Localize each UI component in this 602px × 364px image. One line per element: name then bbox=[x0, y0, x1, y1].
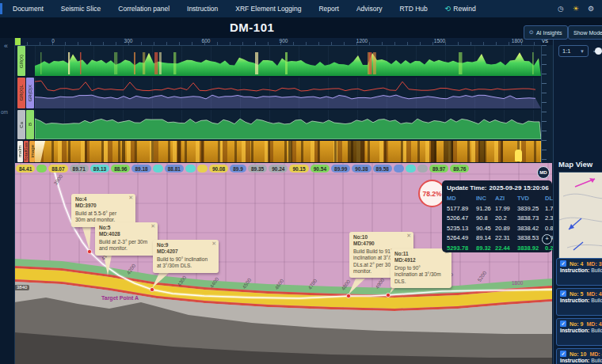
map-canvas bbox=[559, 173, 602, 261]
menu-item-instruction[interactable]: Instruction bbox=[178, 5, 227, 13]
md-handle[interactable]: MD bbox=[537, 166, 550, 179]
ruler-tick-label: 600 bbox=[202, 38, 211, 44]
card-instruction-text: Instruction: Build at 5.5-6° per 30m and… bbox=[560, 267, 602, 275]
callout-text: Drop to 90° inclination at 3°/30m DLS. bbox=[394, 265, 444, 284]
callout-header: No:11MD:4912 bbox=[394, 251, 444, 264]
table-header-cell: INC bbox=[476, 195, 495, 202]
log-track-gr: GR(X) bbox=[14, 46, 541, 76]
close-icon[interactable]: ✕ bbox=[211, 241, 216, 248]
track-label-grxl[interactable]: GR(X)L bbox=[17, 78, 25, 108]
menu-item-rtd-hub[interactable]: RTD Hub bbox=[391, 5, 436, 13]
settings-icon[interactable]: ⚙ bbox=[588, 5, 594, 13]
survey-pill: 89.35 bbox=[248, 165, 267, 173]
track-label-grx[interactable]: GR(X) bbox=[17, 46, 25, 76]
callout-md: MD:4207 bbox=[157, 248, 211, 255]
card-md: MD: 3970 bbox=[587, 261, 602, 267]
table-cell: 22.31 bbox=[495, 234, 517, 241]
map-view-thumbnail[interactable] bbox=[558, 172, 602, 262]
ruler-tick-label: 900 bbox=[280, 38, 288, 44]
table-cell: 3838.73 bbox=[517, 214, 545, 222]
table-cell: 90.45 bbox=[476, 225, 495, 232]
ca-curve-area bbox=[35, 110, 541, 139]
scale-select[interactable]: 1:1 ▼ bbox=[558, 45, 589, 57]
table-header-cell: AZI bbox=[495, 195, 517, 202]
show-model-label: Show Model bbox=[573, 30, 602, 36]
track-label-grdx[interactable]: GR(D)X bbox=[26, 78, 34, 108]
close-icon[interactable]: ✕ bbox=[128, 195, 133, 202]
survey-pill bbox=[36, 165, 47, 173]
instruction-card[interactable]: ✓No: 9MD: 4207Instruction: Build to 90° … bbox=[556, 318, 602, 346]
checkbox-checked-icon[interactable]: ✓ bbox=[560, 260, 566, 267]
track-label-totalgas[interactable]: TotalGas bbox=[24, 141, 29, 162]
image-log-streak bbox=[444, 141, 453, 162]
survey-pill: 89.9 bbox=[230, 165, 246, 173]
ai-insights-button[interactable]: ⊙ AI Insights bbox=[524, 25, 568, 40]
menu-item-report[interactable]: Report bbox=[310, 5, 348, 13]
borehole-image-log bbox=[35, 141, 541, 162]
survey-pill: 90.38 bbox=[352, 165, 371, 173]
menu-item-xrf-element-logging[interactable]: XRF Element Logging bbox=[227, 5, 310, 13]
table-cell: 5264.49 bbox=[447, 234, 476, 241]
callout-md: MD:4790 bbox=[353, 241, 406, 247]
clock-icon[interactable]: ◷ bbox=[558, 5, 564, 13]
survey-pill bbox=[417, 165, 428, 173]
table-cell: 5177.89 bbox=[447, 205, 476, 212]
survey-pill bbox=[197, 165, 208, 173]
instruction-callout[interactable]: No:9MD:4207✕Build to 90° inclination at … bbox=[153, 240, 219, 273]
checkbox-checked-icon[interactable]: ✓ bbox=[560, 351, 566, 357]
table-cell: 3838.42 bbox=[517, 225, 545, 232]
track-label-ca[interactable]: Ca bbox=[17, 110, 25, 139]
ruler-start-marker bbox=[14, 38, 21, 45]
close-icon[interactable]: ✕ bbox=[406, 233, 411, 240]
log-track-image: malm TotalGas image bbox=[14, 141, 541, 162]
survey-pill: 84.41 bbox=[16, 165, 35, 173]
callout-header: No:10MD:4790 bbox=[353, 234, 406, 247]
table-cell: 17.99 bbox=[495, 205, 517, 212]
instruction-card[interactable]: ✓No: 10MD: 4790Instruction: Build Build … bbox=[556, 348, 602, 364]
ruler-tick-label: 1200 bbox=[356, 38, 368, 44]
image-log-gas-show bbox=[515, 150, 522, 161]
track-label-image[interactable]: image bbox=[29, 141, 35, 162]
update-time-label: Update Time: bbox=[447, 184, 487, 191]
image-log-streak bbox=[348, 141, 358, 162]
instruction-callout[interactable]: No:11MD:4912✕Drop to 90° inclination at … bbox=[391, 248, 452, 288]
survey-pill: 89.18 bbox=[131, 165, 150, 173]
menu-item-correlation-panel[interactable]: Correlation panel bbox=[109, 5, 178, 13]
expand-plus-button[interactable]: + bbox=[542, 234, 552, 245]
menu-item-advisory[interactable]: Advisory bbox=[348, 5, 391, 13]
survey-pill: 90.54 bbox=[311, 165, 330, 173]
survey-pill: 88.07 bbox=[48, 165, 67, 173]
instruction-callout[interactable]: No:5MD:4028✕Build at 2-3° per 30m and mo… bbox=[95, 222, 158, 256]
callout-text: Build to 90° inclination at 3°/30m DLS. bbox=[157, 256, 211, 269]
window-icons: ◷ ☀ ⚙ bbox=[558, 5, 602, 13]
callout-no: No:5 bbox=[99, 225, 150, 231]
menu-item-document[interactable]: Document bbox=[4, 5, 52, 13]
ruler-tick-label: 1500 bbox=[434, 38, 445, 44]
left-collapsed-panel[interactable]: « om bbox=[0, 38, 15, 364]
checkbox-checked-icon[interactable]: ✓ bbox=[560, 290, 566, 297]
track-label-b[interactable]: B bbox=[26, 110, 34, 139]
right-panel: 1:1 ▼ Map View bbox=[553, 38, 602, 364]
card-no: No: 9 bbox=[570, 321, 584, 327]
gr2-waveform bbox=[35, 78, 541, 108]
instruction-card[interactable]: ✓No: 4MD: 3970Instruction: Build at 5.5-… bbox=[556, 258, 602, 286]
table-cell: 5235.13 bbox=[447, 225, 476, 232]
menu-item-seismic-slice[interactable]: Seismic Slice bbox=[52, 5, 110, 13]
checkbox-checked-icon[interactable]: ✓ bbox=[560, 320, 566, 327]
table-cell: 91.26 bbox=[476, 205, 495, 212]
table-cell: 22.44 bbox=[495, 245, 517, 252]
brightness-icon[interactable]: ☀ bbox=[573, 5, 579, 13]
zoom-slider-knob[interactable] bbox=[595, 47, 602, 55]
menu-item-rewind[interactable]: ⟲Rewind bbox=[436, 5, 485, 13]
table-cell: 90.8 bbox=[476, 214, 495, 222]
update-time-value: 2025-09-29 15:20:06 bbox=[490, 184, 549, 191]
close-icon[interactable]: ✕ bbox=[150, 223, 155, 230]
track-label-malm[interactable]: malm bbox=[17, 141, 23, 162]
callout-text: Build at 2-3° per 30m and monitor. bbox=[99, 239, 150, 252]
collapse-chevron-icon[interactable]: « bbox=[4, 42, 8, 50]
ruler-tick-label: 1800 bbox=[512, 38, 523, 44]
ca-waveform bbox=[35, 110, 541, 139]
instruction-card[interactable]: ✓No: 5MD: 4028Instruction: Build at 2-3°… bbox=[556, 288, 602, 316]
callout-md: MD:4912 bbox=[394, 257, 444, 264]
show-model-button[interactable]: Show Model bbox=[568, 25, 602, 40]
